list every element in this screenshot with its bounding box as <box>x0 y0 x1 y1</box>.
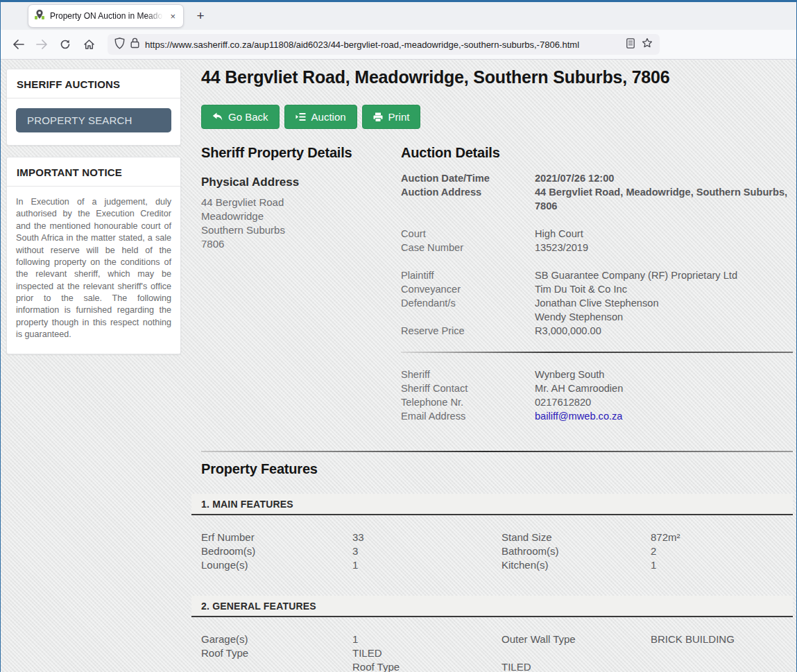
browser-toolbar: https://www.sasheriff.co.za/aup11808/aid… <box>1 30 796 60</box>
feature-label: Bathroom(s) <box>502 544 651 558</box>
property-details-column: Sheriff Property Details Physical Addres… <box>201 145 401 437</box>
detail-row: Reserve PriceR3,000,000.00 <box>401 324 793 338</box>
detail-value: 0217612820 <box>535 395 793 409</box>
detail-row: Auction Address44 Bergvliet Road, Meadow… <box>401 185 793 213</box>
auction-details-heading: Auction Details <box>401 145 793 161</box>
feature-label: Bedroom(s) <box>201 544 352 558</box>
detail-label: Case Number <box>401 241 535 255</box>
feature-value: 872m² <box>651 531 793 544</box>
feature-value: Roof Type <box>352 660 502 672</box>
tab-bar: Property ON Auction in Meado × + <box>1 1 796 30</box>
detail-value: Tim Du Toit & Co Inc <box>535 282 793 296</box>
detail-value: Mr. AH Camroodien <box>535 381 793 395</box>
reload-icon[interactable] <box>55 34 76 55</box>
new-tab-button[interactable]: + <box>192 8 209 24</box>
address-line: 44 Bergvliet Road <box>201 196 401 209</box>
sheriff-property-details-heading: Sheriff Property Details <box>201 145 401 161</box>
detail-row: Auction Date/Time2021/07/26 12:00 <box>401 171 793 185</box>
feature-table: Erf Number33Stand Size872m²Bedroom(s)3Ba… <box>191 515 793 579</box>
print-button[interactable]: Print <box>362 105 421 129</box>
detail-row: ConveyancerTim Du Toit & Co Inc <box>401 282 793 296</box>
feature-row: Garage(s)1Outer Wall TypeBRICK BUILDING <box>201 632 793 646</box>
property-features-heading: Property Features <box>201 461 793 477</box>
feature-label: Erf Number <box>201 531 352 544</box>
detail-label <box>401 310 535 324</box>
detail-value: 13523/2019 <box>535 241 793 255</box>
sheriff-auctions-title: SHERIFF AUCTIONS <box>17 78 171 90</box>
address-line: Meadowridge <box>201 209 401 223</box>
feature-label: Roof Type <box>201 646 352 660</box>
feature-row: Bedroom(s)3Bathroom(s)2 <box>201 544 793 558</box>
page-content: SHERIFF AUCTIONS PROPERTY SEARCH IMPORTA… <box>1 60 796 672</box>
feature-value: 33 <box>352 531 502 544</box>
auction-details-column: Auction Details Auction Date/Time2021/07… <box>401 145 793 437</box>
detail-label: Plaintiff <box>401 268 535 282</box>
feature-value: TILED <box>352 646 502 660</box>
main-content: 44 Bergvliet Road, Meadowridge, Southern… <box>191 60 793 672</box>
detail-value: 2021/07/26 12:00 <box>535 171 793 185</box>
feature-section-title: 2. GENERAL FEATURES <box>201 601 783 612</box>
detail-value: Jonathan Clive Stephenson <box>535 296 793 310</box>
auction-detail-groups: Auction Date/Time2021/07/26 12:00Auction… <box>401 171 793 423</box>
go-back-button[interactable]: Go Back <box>201 105 280 129</box>
url-bar[interactable]: https://www.sasheriff.co.za/aup11808/aid… <box>108 34 660 55</box>
property-search-button[interactable]: PROPERTY SEARCH <box>16 108 171 132</box>
detail-label: Auction Date/Time <box>401 171 535 185</box>
shield-icon[interactable] <box>114 37 125 52</box>
important-notice-panel: IMPORTANT NOTICE In Execution of a judge… <box>6 157 181 354</box>
feature-section-title: 1. MAIN FEATURES <box>201 499 783 510</box>
features-sections: 1. MAIN FEATURESErf Number33Stand Size87… <box>191 494 793 672</box>
browser-tab[interactable]: Property ON Auction in Meado × <box>28 4 184 28</box>
auction-button[interactable]: Auction <box>284 105 357 129</box>
forward-arrow-icon[interactable] <box>31 34 52 55</box>
printer-icon <box>373 112 383 122</box>
tab-close-icon[interactable]: × <box>168 10 178 22</box>
feature-value <box>651 660 793 672</box>
auction-detail-group: CourtHigh CourtCase Number13523/2019 <box>401 227 793 255</box>
detail-value: R3,000,000.00 <box>535 324 793 338</box>
detail-value: 44 Bergvliet Road, Meadowridge, Southern… <box>535 185 793 213</box>
lock-icon[interactable] <box>130 37 139 51</box>
detail-row: CourtHigh Court <box>401 227 793 241</box>
detail-row: Wendy Stephenson <box>401 310 793 324</box>
feature-row: Roof TypeTILED <box>201 660 793 672</box>
home-icon[interactable] <box>78 34 99 55</box>
detail-label: Defendant/s <box>401 296 535 310</box>
physical-address-lines: 44 Bergvliet RoadMeadowridgeSouthern Sub… <box>201 196 401 251</box>
detail-label: Sheriff <box>401 368 535 381</box>
url-text[interactable]: https://www.sasheriff.co.za/aup11808/aid… <box>145 40 621 50</box>
detail-value: High Court <box>535 227 793 241</box>
page-title: 44 Bergvliet Road, Meadowridge, Southern… <box>201 67 793 87</box>
detail-label: Conveyancer <box>401 282 535 296</box>
detail-row: Telephone Nr.0217612820 <box>401 395 793 409</box>
detail-label: Telephone Nr. <box>401 395 535 409</box>
feature-value: BRICK BUILDING <box>651 632 793 646</box>
important-notice-title: IMPORTANT NOTICE <box>17 166 171 178</box>
detail-row: Sheriff ContactMr. AH Camroodien <box>401 381 793 395</box>
detail-value: SB Guarantee Company (RF) Proprietary Lt… <box>535 268 793 282</box>
feature-table: Garage(s)1Outer Wall TypeBRICK BUILDINGR… <box>191 617 793 672</box>
feature-section-header: 2. GENERAL FEATURES <box>191 596 793 617</box>
physical-address-heading: Physical Address <box>201 175 401 189</box>
detail-value: Wynberg South <box>535 368 793 381</box>
feature-label: Lounge(s) <box>201 558 352 572</box>
feature-value: 1 <box>352 632 502 646</box>
feature-value: 3 <box>352 544 502 558</box>
bookmark-star-icon[interactable] <box>642 37 653 51</box>
address-line: Southern Suburbs <box>201 223 401 237</box>
feature-label: Garage(s) <box>201 632 352 646</box>
reply-arrow-icon <box>212 112 223 121</box>
auction-detail-group: PlaintiffSB Guarantee Company (RF) Propr… <box>401 268 793 338</box>
content-divider <box>201 451 793 452</box>
back-arrow-icon[interactable] <box>8 34 28 55</box>
reader-view-icon[interactable] <box>626 38 635 51</box>
feature-value <box>651 646 793 660</box>
feature-label: Outer Wall Type <box>502 632 651 646</box>
email-link[interactable]: bailiff@mweb.co.za <box>535 409 793 423</box>
tab-title: Property ON Auction in Meado <box>50 11 163 21</box>
detail-label: Auction Address <box>401 185 535 213</box>
detail-label: Email Address <box>401 409 535 423</box>
important-notice-text: In Execution of a judgement, duly author… <box>16 196 171 341</box>
action-buttons: Go Back Auction Print <box>201 105 793 129</box>
feature-row: Erf Number33Stand Size872m² <box>201 531 793 544</box>
